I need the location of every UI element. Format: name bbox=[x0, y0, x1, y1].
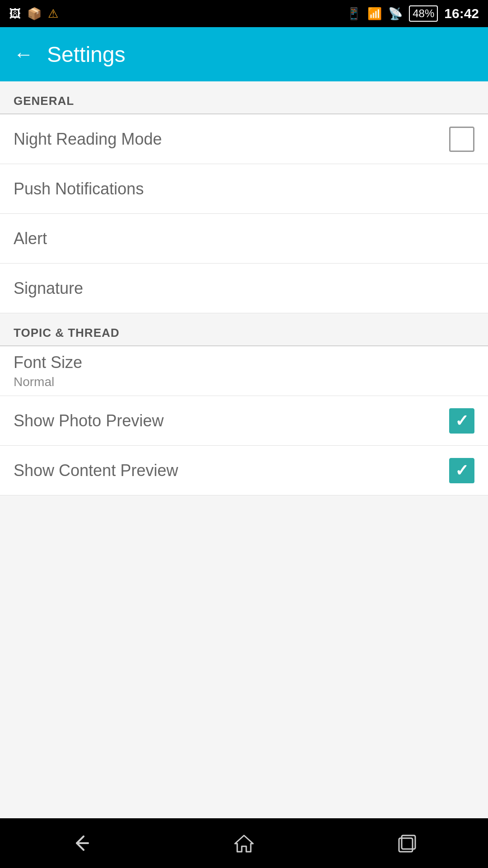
show-photo-preview-item[interactable]: Show Photo Preview bbox=[0, 396, 488, 446]
bottom-nav bbox=[0, 818, 488, 868]
signature-item[interactable]: Signature bbox=[0, 264, 488, 313]
signal-icon: 📡 bbox=[388, 7, 403, 21]
show-content-preview-label: Show Content Preview bbox=[14, 461, 178, 480]
dropbox-icon: 📦 bbox=[27, 7, 42, 21]
push-notifications-item[interactable]: Push Notifications bbox=[0, 164, 488, 214]
nav-recent-button[interactable] bbox=[377, 827, 436, 859]
font-size-content: Font Size Normal bbox=[14, 353, 82, 389]
app-bar: ← Settings bbox=[0, 27, 488, 81]
alert-item[interactable]: Alert bbox=[0, 214, 488, 264]
alert-label: Alert bbox=[14, 229, 47, 248]
night-reading-mode-checkbox[interactable] bbox=[449, 127, 474, 152]
general-section-header: GENERAL bbox=[0, 81, 488, 113]
night-reading-mode-label: Night Reading Mode bbox=[14, 130, 162, 149]
font-size-label: Font Size bbox=[14, 353, 82, 372]
show-photo-preview-label: Show Photo Preview bbox=[14, 411, 164, 430]
status-bar-left: 🖼 📦 ⚠ bbox=[9, 7, 58, 21]
nav-home-icon bbox=[233, 832, 255, 854]
status-bar-right: 📱 📶 📡 48% 16:42 bbox=[347, 5, 479, 22]
night-reading-mode-item[interactable]: Night Reading Mode bbox=[0, 114, 488, 164]
alert-content: Alert bbox=[14, 229, 47, 248]
show-content-preview-content: Show Content Preview bbox=[14, 461, 178, 480]
show-content-preview-item[interactable]: Show Content Preview bbox=[0, 446, 488, 495]
photo-icon: 🖼 bbox=[9, 7, 21, 21]
push-notifications-content: Push Notifications bbox=[14, 179, 144, 198]
wifi-icon: 📶 bbox=[367, 7, 382, 21]
signature-content: Signature bbox=[14, 279, 83, 298]
topic-thread-section-header: TOPIC & THREAD bbox=[0, 313, 488, 345]
show-photo-preview-content: Show Photo Preview bbox=[14, 411, 164, 430]
page-title: Settings bbox=[47, 42, 125, 67]
font-size-value: Normal bbox=[14, 375, 82, 389]
rotate-icon: 📱 bbox=[347, 7, 361, 21]
general-section-title: GENERAL bbox=[14, 94, 74, 108]
nav-recent-icon bbox=[395, 832, 418, 854]
push-notifications-label: Push Notifications bbox=[14, 179, 144, 198]
show-content-preview-checkbox[interactable] bbox=[449, 458, 474, 483]
show-photo-preview-checkbox[interactable] bbox=[449, 408, 474, 434]
topic-thread-section-title: TOPIC & THREAD bbox=[14, 326, 120, 340]
night-reading-mode-content: Night Reading Mode bbox=[14, 130, 162, 149]
nav-back-button[interactable] bbox=[52, 827, 111, 859]
nav-back-icon bbox=[70, 832, 93, 854]
signature-label: Signature bbox=[14, 279, 83, 298]
battery-indicator: 48% bbox=[409, 5, 438, 22]
back-button[interactable]: ← bbox=[14, 44, 33, 64]
nav-home-button[interactable] bbox=[215, 827, 273, 859]
settings-content: GENERAL Night Reading Mode Push Notifica… bbox=[0, 81, 488, 818]
warning-icon: ⚠ bbox=[48, 7, 58, 21]
font-size-item[interactable]: Font Size Normal bbox=[0, 346, 488, 396]
status-bar: 🖼 📦 ⚠ 📱 📶 📡 48% 16:42 bbox=[0, 0, 488, 27]
status-time: 16:42 bbox=[444, 6, 479, 21]
